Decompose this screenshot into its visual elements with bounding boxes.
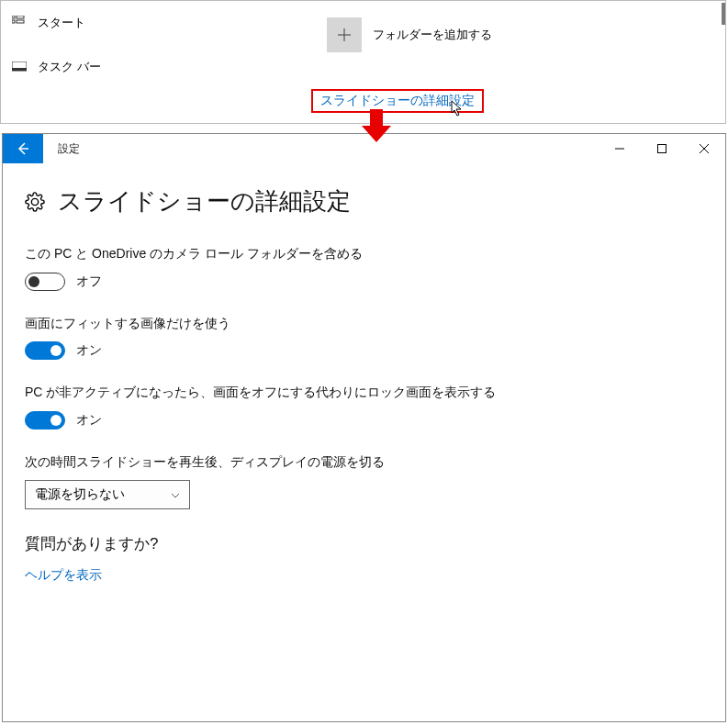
start-icon	[12, 16, 27, 30]
add-folder-label: フォルダーを追加する	[373, 27, 492, 43]
taskbar-icon	[12, 60, 27, 74]
setting-turn-off-display: 次の時間スライドショーを再生後、ディスプレイの電源を切る 電源を切らない	[25, 453, 521, 510]
setting-fit-images: 画面にフィットする画像だけを使う オン	[25, 315, 521, 361]
back-button[interactable]	[3, 134, 43, 163]
turn-off-display-dropdown[interactable]: 電源を切らない	[25, 480, 190, 509]
background-settings-panel: スタート タスク バー フォルダーを追加する スライドショーの詳細設定	[0, 0, 726, 124]
arrow-left-icon	[16, 141, 30, 156]
minimize-button[interactable]	[599, 134, 641, 163]
close-button[interactable]	[683, 134, 725, 163]
setting-include-folders: この PC と OneDrive のカメラ ロール フォルダーを含める オフ	[25, 245, 521, 291]
nav-item-label: スタート	[38, 15, 85, 31]
toggle-include-folders[interactable]	[25, 273, 65, 291]
page-title: スライドショーの詳細設定	[58, 185, 351, 218]
mouse-cursor-icon	[451, 100, 464, 119]
close-icon	[700, 144, 709, 153]
nav-item-taskbar[interactable]: タスク バー	[12, 52, 159, 82]
gear-icon	[25, 192, 45, 212]
svg-rect-1	[17, 16, 24, 18]
nav-item-start[interactable]: スタート	[12, 8, 159, 38]
setting-label: この PC と OneDrive のカメラ ロール フォルダーを含める	[25, 245, 521, 263]
nav-item-label: タスク バー	[38, 59, 101, 75]
svg-rect-3	[17, 20, 24, 23]
toggle-state-text: オン	[76, 412, 102, 429]
svg-rect-0	[12, 16, 15, 18]
toggle-fit-images[interactable]	[25, 341, 65, 360]
plus-icon	[337, 28, 352, 42]
settings-nav: スタート タスク バー	[12, 8, 159, 96]
toggle-state-text: オン	[76, 342, 102, 359]
setting-label: 次の時間スライドショーを再生後、ディスプレイの電源を切る	[25, 453, 521, 472]
settings-window: 設定 スライドショーの詳細設定 この PC と O	[2, 133, 726, 722]
toggle-lock-screen[interactable]	[25, 411, 65, 429]
minimize-icon	[615, 144, 624, 153]
svg-rect-5	[12, 68, 27, 71]
window-title: 設定	[58, 141, 80, 157]
chevron-down-icon	[171, 490, 180, 500]
page-header: スライドショーの詳細設定	[25, 185, 703, 218]
maximize-icon	[657, 144, 666, 153]
toggle-state-text: オフ	[76, 273, 102, 290]
settings-content: スライドショーの詳細設定 この PC と OneDrive のカメラ ロール フ…	[3, 163, 725, 584]
dropdown-value: 電源を切らない	[35, 486, 125, 503]
setting-label: 画面にフィットする画像だけを使う	[25, 315, 521, 333]
help-heading: 質問がありますか?	[25, 533, 703, 554]
help-link[interactable]: ヘルプを表示	[25, 567, 703, 584]
svg-marker-9	[362, 126, 391, 142]
scrollbar[interactable]	[722, 3, 725, 25]
add-folder-button[interactable]	[327, 17, 362, 52]
svg-rect-8	[370, 109, 383, 126]
setting-label: PC が非アクティブになったら、画面をオフにする代わりにロック画面を表示する	[25, 384, 521, 402]
window-controls	[599, 134, 725, 163]
svg-rect-12	[658, 145, 666, 153]
maximize-button[interactable]	[641, 134, 683, 163]
svg-rect-2	[12, 20, 15, 23]
annotation-arrow-icon	[358, 109, 395, 144]
setting-lock-screen: PC が非アクティブになったら、画面をオフにする代わりにロック画面を表示する オ…	[25, 384, 521, 429]
